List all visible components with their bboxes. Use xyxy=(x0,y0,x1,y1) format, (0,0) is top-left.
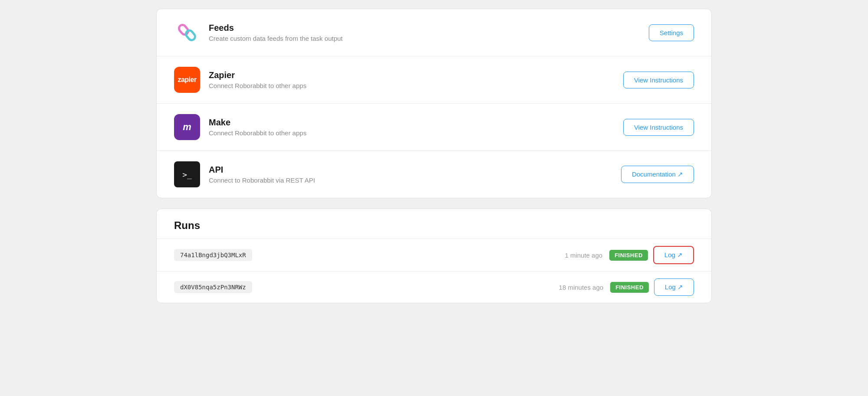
zapier-integration-row: zapier Zapier Connect Roborabbit to othe… xyxy=(157,56,711,104)
zapier-action: View Instructions xyxy=(623,72,694,88)
api-info: API Connect to Roborabbit via REST API xyxy=(209,165,612,184)
svg-text:m: m xyxy=(183,121,191,132)
zapier-title: Zapier xyxy=(209,70,615,80)
make-description: Connect Roborabbit to other apps xyxy=(209,129,615,137)
svg-rect-1 xyxy=(184,29,197,42)
make-info: Make Connect Roborabbit to other apps xyxy=(209,118,615,137)
runs-card: Runs 74a1lBngd3jbQ3MLxR 1 minute ago FIN… xyxy=(156,209,712,303)
run-row: dX0V85nqa5zPn3NRWz 18 minutes ago FINISH… xyxy=(157,271,711,303)
run-status-badge: FINISHED xyxy=(610,282,649,293)
run-log-button[interactable]: Log ↗ xyxy=(654,278,694,296)
page-container: Feeds Create custom data feeds from the … xyxy=(156,9,712,387)
run-id: 74a1lBngd3jbQ3MLxR xyxy=(174,249,252,261)
feeds-action: Settings xyxy=(649,24,694,41)
api-integration-row: >_ API Connect to Roborabbit via REST AP… xyxy=(157,151,711,198)
api-terminal-icon: >_ xyxy=(174,161,200,187)
feeds-settings-button[interactable]: Settings xyxy=(649,24,694,41)
feeds-integration-row: Feeds Create custom data feeds from the … xyxy=(157,9,711,56)
feeds-description: Create custom data feeds from the task o… xyxy=(209,35,640,42)
api-documentation-button[interactable]: Documentation ↗ xyxy=(621,166,694,183)
integrations-card: Feeds Create custom data feeds from the … xyxy=(156,9,712,198)
zapier-logo-icon: zapier xyxy=(174,67,200,93)
make-action: View Instructions xyxy=(623,119,694,136)
runs-header: Runs xyxy=(157,209,711,239)
make-logo-icon: m xyxy=(174,114,200,140)
make-integration-row: m Make Connect Roborabbit to other apps … xyxy=(157,104,711,151)
run-status-badge: FINISHED xyxy=(609,250,648,261)
api-description: Connect to Roborabbit via REST API xyxy=(209,177,612,184)
run-time: 1 minute ago xyxy=(565,252,602,259)
api-action: Documentation ↗ xyxy=(621,166,694,183)
run-id: dX0V85nqa5zPn3NRWz xyxy=(174,281,252,293)
api-title: API xyxy=(209,165,612,175)
zapier-description: Connect Roborabbit to other apps xyxy=(209,82,615,89)
make-title: Make xyxy=(209,118,615,128)
feeds-title: Feeds xyxy=(209,23,640,33)
run-time: 18 minutes ago xyxy=(559,284,604,291)
runs-title: Runs xyxy=(174,219,694,232)
zapier-view-instructions-button[interactable]: View Instructions xyxy=(623,72,694,88)
zapier-info: Zapier Connect Roborabbit to other apps xyxy=(209,70,615,89)
feeds-info: Feeds Create custom data feeds from the … xyxy=(209,23,640,42)
run-log-button[interactable]: Log ↗ xyxy=(653,246,694,264)
run-row: 74a1lBngd3jbQ3MLxR 1 minute ago FINISHED… xyxy=(157,239,711,271)
feeds-chain-icon xyxy=(174,20,200,46)
make-view-instructions-button[interactable]: View Instructions xyxy=(623,119,694,136)
